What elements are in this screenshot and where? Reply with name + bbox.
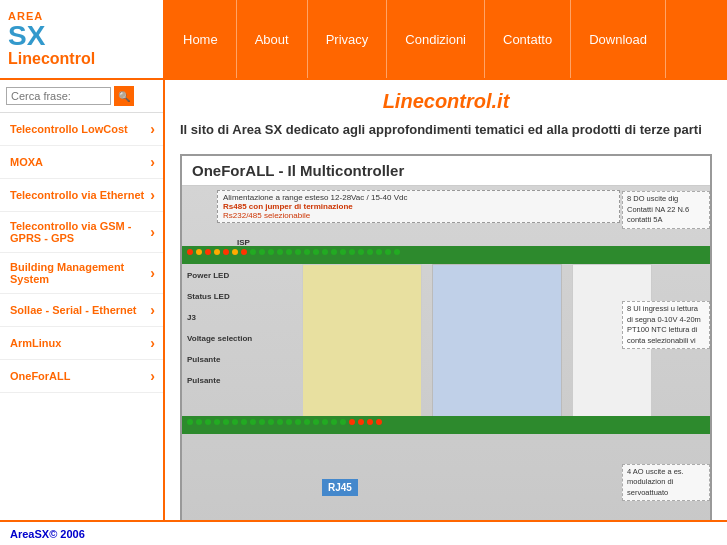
right-box-1: 8 DO uscite dig Contatti NA 22 N.6 conta… — [622, 191, 710, 229]
footer: AreaSX© 2006 — [0, 520, 727, 545]
dot — [304, 249, 310, 255]
dot — [250, 419, 256, 425]
arrow-icon: › — [150, 335, 155, 351]
dot — [367, 419, 373, 425]
nav-condizioni[interactable]: Condizioni — [387, 0, 485, 78]
dot — [187, 249, 193, 255]
sidebar-item-armlinux[interactable]: ArmLinux › — [0, 327, 163, 360]
sidebar-item-telecontrollo-ethernet[interactable]: Telecontrollo via Ethernet › — [0, 179, 163, 212]
search-input[interactable] — [6, 87, 111, 105]
power-led-label: Power LED — [187, 271, 252, 280]
dot — [241, 419, 247, 425]
dot — [349, 249, 355, 255]
dot — [304, 419, 310, 425]
panel-title: OneForALL - Il Multicontroller — [182, 156, 710, 186]
sidebar-item-oneforall[interactable]: OneForALL › — [0, 360, 163, 393]
circuit-image: Alimentazione a range esteso 12-28Vac / … — [182, 186, 710, 520]
nav-contatto[interactable]: Contatto — [485, 0, 571, 78]
dot — [340, 249, 346, 255]
search-button[interactable] — [114, 86, 134, 106]
logo-area: AREA SX Linecontrol — [0, 0, 165, 78]
content-area: Linecontrol.it Il sito di Area SX dedica… — [165, 80, 727, 520]
blue-block — [432, 264, 562, 419]
pulsante2-label: Pulsante — [187, 376, 252, 385]
arrow-icon: › — [150, 265, 155, 281]
dot — [295, 249, 301, 255]
header: AREA SX Linecontrol Home About Privacy C… — [0, 0, 727, 80]
j3-label: J3 — [187, 313, 252, 322]
dots-top-row — [182, 246, 710, 258]
dot — [376, 249, 382, 255]
dot — [232, 419, 238, 425]
sidebar-item-building[interactable]: Building Management System › — [0, 253, 163, 294]
info-top-box: Alimentazione a range esteso 12-28Vac / … — [217, 190, 620, 223]
dot — [322, 419, 328, 425]
arrow-icon: › — [150, 368, 155, 384]
sidebar-item-sollae[interactable]: Sollae - Serial - Ethernet › — [0, 294, 163, 327]
dot — [196, 419, 202, 425]
dot — [349, 419, 355, 425]
dot — [277, 249, 283, 255]
search-box — [0, 80, 163, 113]
green-strip-top — [182, 246, 710, 264]
dot — [232, 249, 238, 255]
dot — [241, 249, 247, 255]
arrow-icon: › — [150, 187, 155, 203]
rj45-label: RJ45 — [322, 479, 358, 496]
left-labels: Power LED Status LED J3 Voltage selectio… — [187, 271, 252, 397]
dot — [277, 419, 283, 425]
right-box-2: 8 UI ingressi u lettura di segna 0-10V 4… — [622, 301, 710, 349]
dot — [259, 249, 265, 255]
dot — [259, 419, 265, 425]
dot — [331, 419, 337, 425]
site-title: Linecontrol.it — [180, 90, 712, 113]
dot — [196, 249, 202, 255]
nav-home[interactable]: Home — [165, 0, 237, 78]
sidebar-item-moxa[interactable]: MOXA › — [0, 146, 163, 179]
dot — [286, 249, 292, 255]
dot — [358, 419, 364, 425]
arrow-icon: › — [150, 302, 155, 318]
dot — [394, 249, 400, 255]
dot — [322, 249, 328, 255]
dot — [223, 249, 229, 255]
dots-bottom-row — [182, 416, 710, 428]
nav-about[interactable]: About — [237, 0, 308, 78]
dot — [340, 419, 346, 425]
dot — [214, 249, 220, 255]
dot — [268, 419, 274, 425]
logo-linecontrol-text: Linecontrol — [8, 50, 155, 68]
arrow-icon: › — [150, 154, 155, 170]
sidebar-item-telecontrollo-gsm[interactable]: Telecontrollo via GSM - GPRS - GPS › — [0, 212, 163, 253]
arrow-icon: › — [150, 224, 155, 240]
dot — [250, 249, 256, 255]
yellow-block — [302, 264, 422, 419]
dot — [205, 419, 211, 425]
dot — [187, 419, 193, 425]
dot — [205, 249, 211, 255]
dot — [358, 249, 364, 255]
dot — [376, 419, 382, 425]
dot — [286, 419, 292, 425]
status-led-label: Status LED — [187, 292, 252, 301]
sidebar-item-telecontrollo-lowcost[interactable]: Telecontrollo LowCost › — [0, 113, 163, 146]
green-strip-bottom — [182, 416, 710, 434]
dot — [214, 419, 220, 425]
nav-bar: Home About Privacy Condizioni Contatto D… — [165, 0, 727, 78]
dot — [385, 249, 391, 255]
copyright-text: AreaSX© 2006 — [10, 528, 85, 540]
nav-privacy[interactable]: Privacy — [308, 0, 388, 78]
circuit-bg: Alimentazione a range esteso 12-28Vac / … — [182, 186, 710, 520]
dot — [331, 249, 337, 255]
circuit-panel: OneForALL - Il Multicontroller Alimentaz… — [180, 154, 712, 520]
site-description: Il sito di Area SX dedicato agli approfo… — [180, 121, 712, 139]
dot — [268, 249, 274, 255]
pulsante1-label: Pulsante — [187, 355, 252, 364]
dot — [295, 419, 301, 425]
main: Telecontrollo LowCost › MOXA › Telecontr… — [0, 80, 727, 520]
arrow-icon: › — [150, 121, 155, 137]
dot — [313, 249, 319, 255]
nav-download[interactable]: Download — [571, 0, 666, 78]
logo-sx-text: SX — [8, 22, 155, 50]
dot — [313, 419, 319, 425]
